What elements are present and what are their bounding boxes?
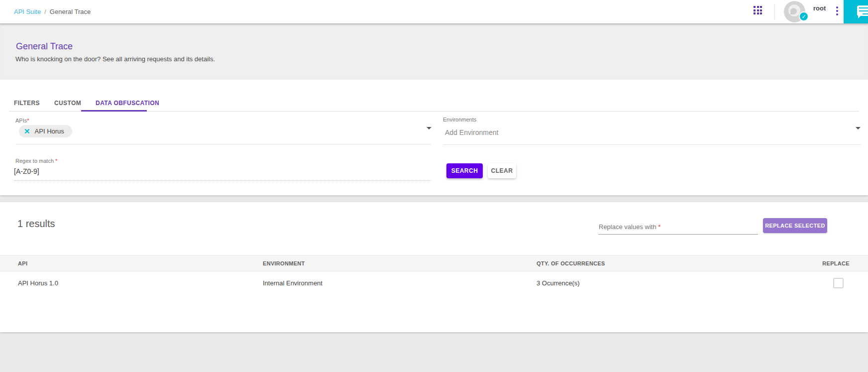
tab-bar: FILTERS CUSTOM DATA OBFUSCATION	[14, 100, 159, 107]
verified-shield-icon: ✓	[799, 11, 809, 21]
environments-field-label: Environments	[443, 117, 476, 123]
column-header-replace: REPLACE	[822, 260, 850, 266]
apis-dropdown-arrow-icon[interactable]	[427, 127, 432, 129]
replace-selected-button[interactable]: REPLACE SELECTED	[763, 218, 827, 233]
kebab-menu-icon[interactable]	[836, 6, 838, 17]
page-title: General Trace	[16, 41, 73, 52]
active-tab-indicator	[81, 110, 147, 112]
chip-remove-icon[interactable]: ✕	[24, 127, 30, 135]
environments-select[interactable]: Add Environment	[445, 128, 498, 136]
required-asterisk: *	[27, 118, 29, 124]
chat-icon	[857, 5, 868, 16]
tab-data-obfuscation[interactable]: DATA OBFUSCATION	[96, 100, 159, 107]
search-button[interactable]: SEARCH	[446, 163, 483, 178]
apps-grid-icon[interactable]	[754, 6, 762, 14]
breadcrumb-current: General Trace	[50, 8, 91, 15]
environments-field-underline	[443, 144, 861, 145]
table-row[interactable]: API Horus 1.0 Internal Environment 3 Ocu…	[0, 271, 868, 299]
results-count: 1 results	[17, 218, 55, 230]
page-subtitle: Who is knocking on the door? See all arr…	[15, 55, 215, 63]
tab-custom[interactable]: CUSTOM	[54, 100, 81, 107]
replace-values-input[interactable]: Replace values with *	[599, 223, 660, 231]
column-header-occurrences: QTY. OF OCCURRENCES	[537, 260, 605, 266]
regex-field-label: Regex to match *	[15, 158, 57, 164]
username-label: root	[813, 4, 826, 12]
general-trace-page: API Suite / General Trace ✓ root General…	[0, 0, 868, 372]
breadcrumb-separator: /	[44, 8, 46, 15]
environments-dropdown-arrow-icon[interactable]	[856, 127, 861, 129]
clear-button[interactable]: CLEAR	[488, 163, 516, 178]
topbar-divider	[774, 4, 775, 19]
tab-filters[interactable]: FILTERS	[14, 100, 40, 107]
table-header-row: API ENVIRONMENT QTY. OF OCCURRENCES REPL…	[0, 255, 868, 271]
regex-field-underline	[14, 177, 431, 181]
top-bar: API Suite / General Trace ✓ root	[0, 0, 868, 23]
breadcrumb-link-api-suite[interactable]: API Suite	[14, 8, 41, 15]
breadcrumb: API Suite / General Trace	[14, 0, 91, 23]
required-asterisk: *	[55, 158, 57, 164]
page-header: General Trace Who is knocking on the doo…	[0, 23, 868, 80]
column-header-api: API	[18, 260, 27, 266]
cell-api: API Horus 1.0	[18, 279, 58, 287]
cell-occurrences: 3 Ocurrence(s)	[537, 279, 580, 287]
column-header-environment: ENVIRONMENT	[263, 260, 305, 266]
cell-environment: Internal Environment	[263, 279, 323, 287]
chat-panel-button[interactable]	[844, 0, 868, 23]
regex-input[interactable]: [A-Z0-9]	[14, 167, 39, 175]
api-horus-chip[interactable]: ✕ API Horus	[19, 125, 72, 137]
chip-label: API Horus	[35, 127, 64, 135]
apis-field-label: APIs*	[15, 118, 29, 124]
apis-field-underline	[15, 144, 431, 144]
results-card: 1 results Replace values with * REPLACE …	[0, 202, 868, 332]
replace-values-underline	[598, 234, 758, 235]
filters-card: FILTERS CUSTOM DATA OBFUSCATION APIs* ✕ …	[0, 80, 868, 195]
required-asterisk: *	[658, 223, 660, 231]
replace-checkbox[interactable]	[833, 278, 844, 288]
